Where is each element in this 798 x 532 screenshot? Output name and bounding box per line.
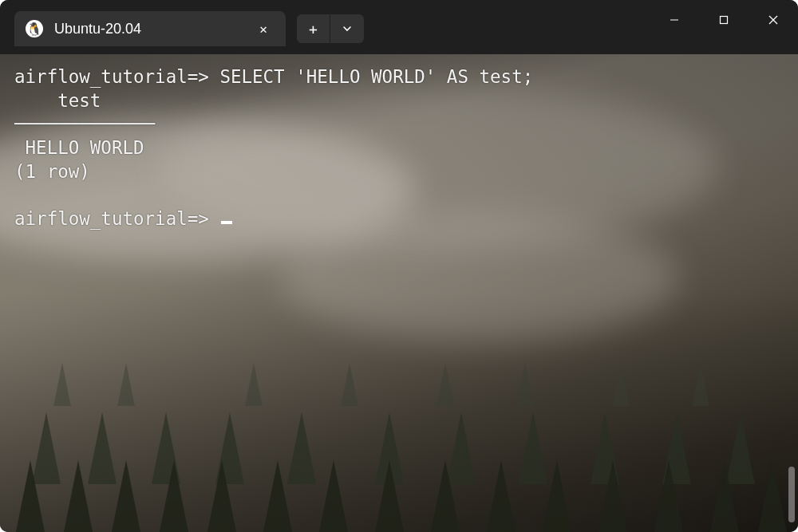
close-window-button[interactable]	[749, 0, 798, 40]
chevron-down-icon	[342, 23, 353, 34]
result-row: HELLO WORLD	[14, 137, 144, 158]
terminal-cursor	[221, 221, 232, 224]
window-controls	[650, 0, 798, 40]
sql-prompt: airflow_tutorial=>	[14, 66, 209, 87]
close-icon	[768, 14, 779, 26]
minimize-button[interactable]	[650, 0, 699, 40]
sql-command-empty	[209, 208, 220, 229]
row-count: (1 row)	[14, 161, 90, 182]
tab-dropdown-button[interactable]	[330, 14, 364, 43]
maximize-icon	[718, 14, 729, 26]
titlebar[interactable]: 🐧 Ubuntu-20.04 ✕ +	[0, 0, 798, 54]
result-separator: ─────────────	[14, 113, 155, 134]
scrollbar-thumb[interactable]	[788, 467, 795, 522]
tab-title: Ubuntu-20.04	[54, 21, 252, 37]
maximize-button[interactable]	[699, 0, 749, 40]
terminal-output[interactable]: airflow_tutorial=> SELECT 'HELLO WORLD' …	[0, 54, 798, 532]
new-tab-button[interactable]: +	[297, 14, 330, 43]
tab-close-button[interactable]: ✕	[252, 22, 275, 37]
terminal-window: 🐧 Ubuntu-20.04 ✕ +	[0, 0, 798, 532]
tux-icon: 🐧	[26, 20, 43, 37]
sql-prompt: airflow_tutorial=>	[14, 208, 209, 229]
sql-command: SELECT 'HELLO WORLD' AS test;	[209, 66, 533, 87]
minimize-icon	[669, 14, 680, 26]
svg-rect-1	[721, 17, 728, 24]
tab-actions: +	[297, 14, 364, 43]
tab-ubuntu[interactable]: 🐧 Ubuntu-20.04 ✕	[14, 11, 286, 46]
result-header: test	[14, 90, 101, 111]
